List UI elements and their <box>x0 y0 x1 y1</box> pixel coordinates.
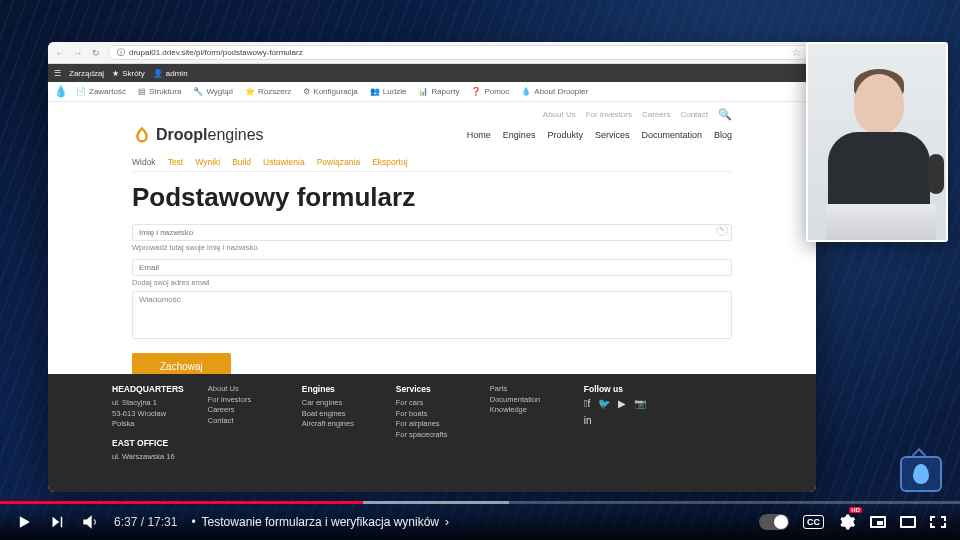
footer-link[interactable]: For spacecrafts <box>396 430 466 441</box>
footer-link[interactable]: Parts <box>490 384 560 395</box>
url-text: drupal01.ddev.site/pl/form/podstawowy-fo… <box>129 48 303 57</box>
address-bar[interactable]: ⓘ drupal01.ddev.site/pl/form/podstawowy-… <box>108 45 810 60</box>
site-logo[interactable]: Drooplengines <box>132 125 264 145</box>
footer-link[interactable]: Documentation <box>490 395 560 406</box>
webcam-overlay <box>806 42 948 242</box>
tab-export[interactable]: Eksportuj <box>372 157 407 167</box>
instagram-icon[interactable]: 📷 <box>634 398 646 409</box>
hamburger-icon[interactable]: ☰ <box>54 69 61 78</box>
footer-link[interactable]: Boat engines <box>302 409 372 420</box>
fullscreen-button[interactable] <box>930 516 946 528</box>
drupal-toolbar: 💧 📄 Zawartość ▤ Struktura 🔧 Wygląd ⭐ Roz… <box>48 82 816 102</box>
toolbar-extend[interactable]: ⭐ Rozszerz <box>241 87 295 96</box>
name-help: Wprowadź tutaj swoje imię i nazwisko. <box>132 243 732 252</box>
drupal-admin-bar: ☰ Zarządzaj ★ Skróty 👤 admin <box>48 64 816 82</box>
footer-link[interactable]: Aircraft engines <box>302 419 372 430</box>
chapter-title[interactable]: • Testowanie formularza i weryfikacja wy… <box>191 515 449 529</box>
tab-test[interactable]: Test <box>168 157 184 167</box>
shortcuts-link[interactable]: ★ Skróty <box>112 69 145 78</box>
tab-view[interactable]: Widok <box>132 157 156 167</box>
footer-link[interactable]: For investors <box>208 395 278 406</box>
manage-link[interactable]: Zarządzaj <box>69 69 104 78</box>
autoplay-toggle[interactable] <box>759 514 789 530</box>
drupal-icon[interactable]: 💧 <box>54 85 68 99</box>
forward-icon[interactable]: → <box>72 47 84 59</box>
nav-blog[interactable]: Blog <box>714 130 732 140</box>
footer-link[interactable]: For boats <box>396 409 466 420</box>
field-message: Wiadomość <box>132 291 732 339</box>
volume-button[interactable] <box>80 512 100 532</box>
youtube-icon[interactable]: ▶ <box>618 398 626 409</box>
meta-investors[interactable]: For investors <box>586 110 632 119</box>
site-footer: HEADQUARTERS ul. Stacyjna 1 53-613 Wrocł… <box>48 374 816 492</box>
toolbar-about[interactable]: 💧 About Droopler <box>517 87 592 96</box>
toolbar-content[interactable]: 📄 Zawartość <box>72 87 130 96</box>
logo-icon <box>132 125 152 145</box>
play-button[interactable] <box>14 512 34 532</box>
reload-icon[interactable]: ↻ <box>90 47 102 59</box>
bookmark-star-icon[interactable]: ☆ <box>792 47 801 58</box>
time-display: 6:37 / 17:31 <box>114 515 177 529</box>
next-button[interactable] <box>48 513 66 531</box>
video-player-controls: 6:37 / 17:31 • Testowanie formularza i w… <box>0 504 960 540</box>
meta-careers[interactable]: Careers <box>642 110 670 119</box>
nav-engines[interactable]: Engines <box>503 130 536 140</box>
footer-link[interactable]: For cars <box>396 398 466 409</box>
field-name: ✎ Wprowadź tutaj swoje imię i nazwisko. <box>132 221 732 252</box>
footer-services: Services For cars For boats For airplane… <box>396 384 466 462</box>
toolbar-appearance[interactable]: 🔧 Wygląd <box>189 87 237 96</box>
tab-build[interactable]: Build <box>232 157 251 167</box>
hd-badge: HD <box>849 507 862 513</box>
browser-window: ← → ↻ ⓘ drupal01.ddev.site/pl/form/podst… <box>48 42 816 492</box>
footer-about: About Us For investors Careers Contact <box>208 384 278 462</box>
footer-link[interactable]: Careers <box>208 405 278 416</box>
toolbar-config[interactable]: ⚙ Konfiguracja <box>299 87 361 96</box>
toolbar-reports[interactable]: 📊 Raporty <box>414 87 463 96</box>
footer-link[interactable]: Car engines <box>302 398 372 409</box>
nav-products[interactable]: Produkty <box>547 130 583 140</box>
local-tabs: Widok Test Wyniki Build Ustawienia Powią… <box>132 151 732 172</box>
footer-link[interactable]: Contact <box>208 416 278 427</box>
main-nav: Home Engines Produkty Services Documenta… <box>467 130 732 140</box>
facebook-icon[interactable]: f <box>584 398 590 409</box>
footer-link[interactable]: About Us <box>208 384 278 395</box>
name-input[interactable] <box>132 224 732 241</box>
back-icon[interactable]: ← <box>54 47 66 59</box>
field-email: Dodaj swój adres email <box>132 256 732 287</box>
theater-button[interactable] <box>900 516 916 528</box>
nav-services[interactable]: Services <box>595 130 630 140</box>
footer-hq: HEADQUARTERS ul. Stacyjna 1 53-613 Wrocł… <box>112 384 184 462</box>
browser-urlbar: ← → ↻ ⓘ drupal01.ddev.site/pl/form/podst… <box>48 42 816 64</box>
captions-button[interactable]: CC <box>803 515 824 529</box>
toolbar-structure[interactable]: ▤ Struktura <box>134 87 185 96</box>
page-content: About Us For investors Careers Contact 🔍… <box>48 102 816 492</box>
channel-watermark-icon <box>900 456 942 492</box>
footer-parts: Parts Documentation Knowledge <box>490 384 560 462</box>
tab-settings[interactable]: Ustawienia <box>263 157 305 167</box>
toolbar-people[interactable]: 👥 Ludzie <box>366 87 411 96</box>
user-link[interactable]: 👤 admin <box>153 69 188 78</box>
nav-home[interactable]: Home <box>467 130 491 140</box>
message-input[interactable]: Wiadomość <box>132 291 732 339</box>
search-icon[interactable]: 🔍 <box>718 108 732 121</box>
miniplayer-button[interactable] <box>870 516 886 528</box>
tab-relations[interactable]: Powiązania <box>317 157 360 167</box>
footer-link[interactable]: For airplanes <box>396 419 466 430</box>
linkedin-icon[interactable]: in <box>584 415 592 426</box>
meta-contact[interactable]: Contact <box>680 110 708 119</box>
edit-icon[interactable]: ✎ <box>716 224 728 236</box>
settings-button[interactable]: HD <box>838 513 856 531</box>
email-help: Dodaj swój adres email <box>132 278 732 287</box>
page-title: Podstawowy formularz <box>132 182 732 213</box>
nav-documentation[interactable]: Documentation <box>641 130 702 140</box>
toolbar-help[interactable]: ❓ Pomoc <box>467 87 513 96</box>
footer-engines: Engines Car engines Boat engines Aircraf… <box>302 384 372 462</box>
top-meta-nav: About Us For investors Careers Contact 🔍 <box>132 102 732 123</box>
meta-about[interactable]: About Us <box>543 110 576 119</box>
tab-results[interactable]: Wyniki <box>195 157 220 167</box>
footer-link[interactable]: Knowledge <box>490 405 560 416</box>
email-input[interactable] <box>132 259 732 276</box>
twitter-icon[interactable]: 🐦 <box>598 398 610 409</box>
chevron-right-icon: › <box>445 515 449 529</box>
lock-icon: ⓘ <box>117 47 125 58</box>
